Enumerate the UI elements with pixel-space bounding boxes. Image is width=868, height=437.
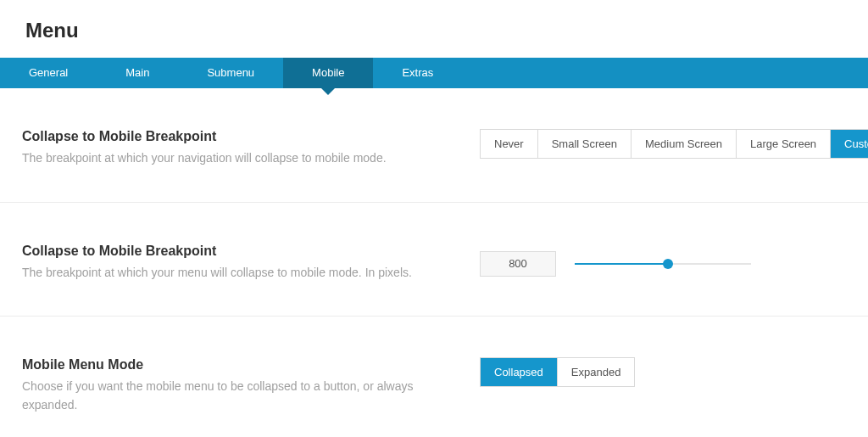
option-expanded[interactable]: Expanded <box>558 358 635 386</box>
setting-desc: The breakpoint at which your menu will c… <box>22 264 454 283</box>
setting-desc: The breakpoint at which your navigation … <box>22 149 454 168</box>
setting-title: Mobile Menu Mode <box>22 357 454 373</box>
slider-thumb[interactable] <box>663 259 673 269</box>
tab-submenu[interactable]: Submenu <box>178 58 283 88</box>
setting-breakpoint-mode: Collapse to Mobile Breakpoint The breakp… <box>0 88 868 203</box>
option-custom[interactable]: Custom <box>831 130 868 158</box>
tab-general[interactable]: General <box>0 58 97 88</box>
setting-title: Collapse to Mobile Breakpoint <box>22 244 454 259</box>
slider-rest <box>668 263 751 265</box>
setting-title: Collapse to Mobile Breakpoint <box>22 129 454 144</box>
option-collapsed[interactable]: Collapsed <box>481 358 558 386</box>
tabbar: General Main Submenu Mobile Extras <box>0 58 868 88</box>
setting-menu-mode: Mobile Menu Mode Choose if you want the … <box>0 317 868 437</box>
setting-breakpoint-px: Collapse to Mobile Breakpoint The breakp… <box>0 203 868 317</box>
tab-main[interactable]: Main <box>97 58 178 88</box>
setting-desc: Choose if you want the mobile menu to be… <box>22 378 454 414</box>
option-medium-screen[interactable]: Medium Screen <box>632 130 737 158</box>
tab-mobile[interactable]: Mobile <box>283 58 373 88</box>
option-never[interactable]: Never <box>481 130 538 158</box>
tab-extras[interactable]: Extras <box>373 58 462 88</box>
slider-track <box>575 263 668 265</box>
menu-mode-options: Collapsed Expanded <box>480 357 635 387</box>
breakpoint-mode-options: Never Small Screen Medium Screen Large S… <box>480 129 868 159</box>
breakpoint-px-input[interactable] <box>480 251 556 277</box>
option-large-screen[interactable]: Large Screen <box>737 130 831 158</box>
page-title: Menu <box>0 0 868 58</box>
breakpoint-px-slider[interactable] <box>575 258 751 270</box>
option-small-screen[interactable]: Small Screen <box>538 130 632 158</box>
